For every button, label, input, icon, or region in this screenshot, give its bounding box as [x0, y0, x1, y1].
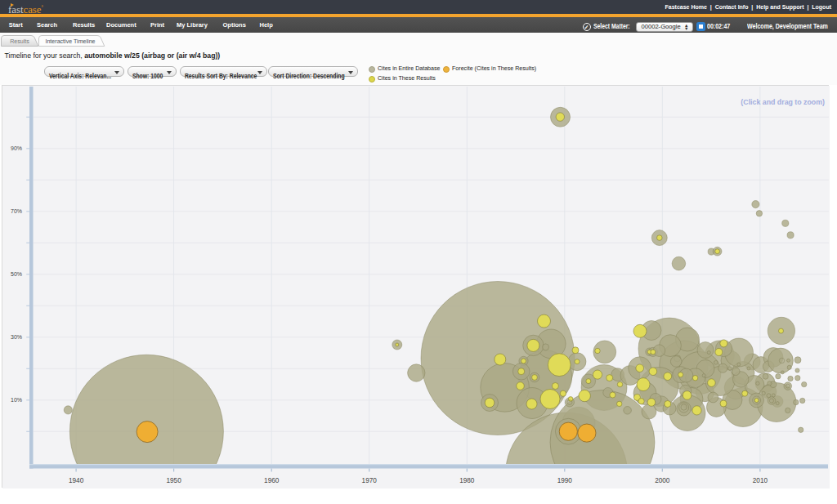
svg-text:1950: 1950 — [166, 476, 181, 484]
svg-text:Results: Results — [10, 38, 29, 44]
svg-text:2000: 2000 — [655, 476, 670, 484]
svg-text:(Click and drag to zoom): (Click and drag to zoom) — [741, 98, 825, 106]
svg-text:70%: 70% — [11, 208, 22, 214]
svg-text:1970: 1970 — [362, 476, 378, 484]
svg-text:30%: 30% — [11, 334, 22, 340]
svg-text:50%: 50% — [11, 271, 22, 277]
svg-text:1980: 1980 — [459, 476, 475, 484]
svg-text:1960: 1960 — [264, 476, 280, 484]
svg-text:1990: 1990 — [557, 476, 573, 484]
svg-text:2010: 2010 — [753, 476, 768, 484]
svg-text:Interactive Timeline: Interactive Timeline — [45, 38, 95, 44]
svg-text:10%: 10% — [11, 397, 22, 403]
svg-text:1940: 1940 — [69, 476, 84, 484]
svg-text:90%: 90% — [11, 145, 22, 151]
